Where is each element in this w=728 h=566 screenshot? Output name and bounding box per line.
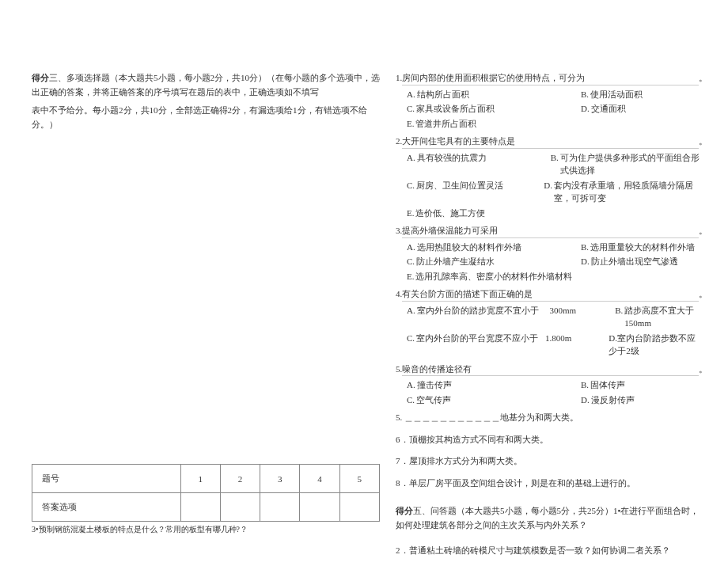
option-label: D. <box>581 102 590 116</box>
option-cell: B.固体传声 <box>581 378 631 392</box>
score-label: 得分 <box>32 73 49 82</box>
answer-cell[interactable] <box>180 493 220 522</box>
options: A.结构所占面积B.使用活动面积C.家具或设备所占面积D.交通面积E.管道井所占… <box>396 88 707 131</box>
question-number: 5. <box>396 363 402 376</box>
option-text: D.室内台阶踏步数不应少于2级 <box>609 332 701 358</box>
question-text: 有关台阶方面的描述下面正确的是 <box>402 287 699 302</box>
option-label: A. <box>407 304 415 317</box>
option-text: 选用热阻较大的材料作外墙 <box>417 241 521 254</box>
option-text: 使用活动面积 <box>590 88 643 101</box>
question-row: 2.大开间住宅具有的主要特点是。 <box>396 135 707 149</box>
option-row: E.选用孔隙率高、密度小的材料作外墙材料 <box>407 270 707 283</box>
answer-cell[interactable] <box>339 493 379 522</box>
option-cell: B.踏步高度不宜大于150mm <box>615 304 707 330</box>
option-text: 1.800m <box>545 332 571 345</box>
option-text: 防止外墙产生凝结水 <box>416 255 495 268</box>
option-cell: E.选用孔隙率高、密度小的材料作外墙材料 <box>407 270 578 283</box>
section-3-desc: 三、多项选择题（本大题共5小题，每小题2分，共10分）（在每小题的多个选项中，选… <box>32 73 380 97</box>
option-text: 家具或设备所占面积 <box>416 102 495 116</box>
option-text: 室内外台阶的平台宽度不应小于 <box>416 332 538 345</box>
option-label: B. <box>551 151 559 165</box>
option-row: E.管道井所占面积 <box>407 117 707 131</box>
option-label: B. <box>581 378 589 392</box>
option-text: 交通面积 <box>591 102 626 116</box>
options: A.室内外台阶的踏步宽度不宜小于300mmB.踏步高度不宜大于150mmC.室内… <box>396 304 707 358</box>
option-label: D. <box>581 393 590 407</box>
option-row: A.撞击传声B.固体传声 <box>407 378 707 392</box>
option-label: C. <box>407 332 415 345</box>
option-text: 撞击传声 <box>417 378 452 392</box>
option-text: 空气传声 <box>416 393 451 407</box>
option-cell: C.防止外墙产生凝结水 <box>407 255 581 268</box>
section-5-title: 得分五、问答题（本大题共5小题，每小题5分，共25分）1•在进行平面组合时，如何… <box>396 504 707 532</box>
option-cell: C.家具或设备所占面积 <box>407 102 581 116</box>
fill-item: 6．顶棚按其构造方式不同有和两大类。 <box>396 433 707 447</box>
option-label: A. <box>407 88 415 101</box>
option-cell: D.套内没有承重墙，用轻质隔墙分隔居室，可拆可变 <box>544 179 707 205</box>
question-block: 1.房间内部的使用面积根据它的使用特点，可分为。A.结构所占面积B.使用活动面积… <box>396 71 707 130</box>
col-1: 1 <box>180 465 220 493</box>
option-cell: E.管道井所占面积 <box>407 117 581 131</box>
question-block: 3.提高外墙保温能力可采用。A.选用热阻较大的材料作外墙B.选用重量较大的材料作… <box>396 224 707 283</box>
option-label: C. <box>407 102 415 116</box>
options: A.选用热阻较大的材料作外墙B.选用重量较大的材料作外墙C.防止外墙产生凝结水D… <box>396 241 707 283</box>
options: A.具有较强的抗震力B.可为住户提供多种形式的平面组合形式供选择C.厨房、卫生间… <box>396 151 707 220</box>
question-row: 1.房间内部的使用面积根据它的使用特点，可分为。 <box>396 71 707 85</box>
question-tail: 。 <box>699 287 707 301</box>
question-row: 4.有关台阶方面的描述下面正确的是。 <box>396 287 707 302</box>
option-row: A.具有较强的抗震力B.可为住户提供多种形式的平面组合形式供选择 <box>407 151 707 177</box>
option-text: 踏步高度不宜大于150mm <box>624 304 701 330</box>
question-row: 5.噪音的传播途径有。 <box>396 363 707 377</box>
option-cell: D.交通面积 <box>581 102 707 116</box>
option-cell: D.室内台阶踏步数不应少于2级 <box>609 332 707 358</box>
option-cell: A.具有较强的抗震力 <box>407 151 551 177</box>
answer-cell[interactable] <box>300 493 339 522</box>
essay-q2: 2．普通粘土砖墙的砖模尺寸与建筑模数是否一致？如何协调二者关系？ <box>396 544 707 558</box>
option-label: E. <box>407 207 414 220</box>
question-tail: 。 <box>699 135 707 148</box>
option-text: 防止外墙出现空气渗透 <box>591 255 678 268</box>
page-container: 得分三、多项选择题（本大题共5小题，每小题2分，共10分）（在每小题的多个选项中… <box>0 0 728 566</box>
option-cell: C.厨房、卫生间位置灵活 <box>407 179 544 205</box>
col-4: 4 <box>300 465 339 493</box>
question-row: 3.提高外墙保温能力可采用。 <box>396 224 707 238</box>
option-cell: A.选用热阻较大的材料作外墙 <box>407 241 581 254</box>
question-tail: 。 <box>699 363 707 376</box>
fill-section: 5. ＿＿＿＿＿＿＿＿＿＿＿地基分为和两大类。 6．顶棚按其构造方式不同有和两大… <box>396 411 707 490</box>
question-number: 1. <box>396 71 402 85</box>
option-label: E. <box>407 270 414 283</box>
col-header-label: 题号 <box>32 465 181 493</box>
option-text: 300mm <box>549 304 576 317</box>
option-label: C. <box>407 179 415 192</box>
option-text: 固体传声 <box>590 378 625 392</box>
option-label: A. <box>407 151 415 165</box>
option-text: 漫反射传声 <box>591 393 635 407</box>
option-row: C.防止外墙产生凝结水D.防止外墙出现空气渗透 <box>407 255 707 268</box>
option-cell: D.防止外墙出现空气渗透 <box>581 255 684 268</box>
option-label: A. <box>407 378 415 392</box>
answer-cell[interactable] <box>220 493 260 522</box>
question-text: 噪音的传播途径有 <box>402 363 699 377</box>
option-row: C.厨房、卫生间位置灵活D.套内没有承重墙，用轻质隔墙分隔居室，可拆可变 <box>407 179 707 205</box>
options: A.撞击传声B.固体传声C.空气传声D.漫反射传声 <box>396 378 707 406</box>
option-row: E.造价低、施工方便 <box>407 207 707 220</box>
section-3-note: 表中不予给分。每小题2分，共10分，全部选正确得2分，有漏选项给1分，有错选项不… <box>32 104 380 131</box>
option-label: A. <box>407 241 415 254</box>
option-cell: D.漫反射传声 <box>581 393 641 407</box>
question-block: 4.有关台阶方面的描述下面正确的是。A.室内外台阶的踏步宽度不宜小于300mmB… <box>396 287 707 358</box>
question-block: 2.大开间住宅具有的主要特点是。A.具有较强的抗震力B.可为住户提供多种形式的平… <box>396 135 707 219</box>
table-answer-row: 答案选项 <box>32 493 380 522</box>
option-cell: 300mm <box>549 304 615 330</box>
option-text: 具有较强的抗震力 <box>417 151 487 165</box>
option-cell: B.选用重量较大的材料作外墙 <box>581 241 701 254</box>
option-cell: A.结构所占面积 <box>407 88 581 101</box>
section-5-desc: 五、问答题（本大题共5小题，每小题5分，共25分）1•在进行平面组合时，如何处理… <box>396 506 699 530</box>
option-row: C.空气传声D.漫反射传声 <box>407 393 707 407</box>
option-row: C.家具或设备所占面积D.交通面积 <box>407 102 707 116</box>
answer-cell[interactable] <box>260 493 300 522</box>
question-block: 5.噪音的传播途径有。A.撞击传声B.固体传声C.空气传声D.漫反射传声 <box>396 363 707 407</box>
option-label: D. <box>544 179 552 192</box>
option-text: 选用重量较大的材料作外墙 <box>590 241 695 254</box>
left-column: 得分三、多项选择题（本大题共5小题，每小题2分，共10分）（在每小题的多个选项中… <box>32 71 380 566</box>
table-header-row: 题号 1 2 3 4 5 <box>32 465 380 493</box>
